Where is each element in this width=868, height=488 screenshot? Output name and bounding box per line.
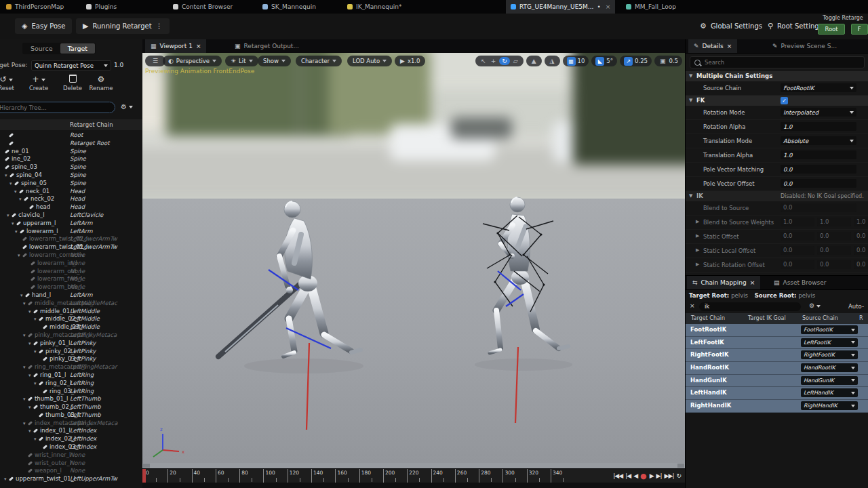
bone-tree-row[interactable]: ▾upperarm_l LeftArm — [0, 220, 142, 228]
close-tab-icon[interactable]: × — [727, 43, 732, 49]
value-field[interactable]: 0.0 — [817, 260, 851, 269]
source-chain-dropdown[interactable]: FootRootIK — [801, 325, 858, 334]
bone-tree-row[interactable]: ▾thumb_03_l LeftThumb — [0, 411, 142, 420]
bone-tree-row[interactable]: ▾index_02_l LeftIndex — [0, 435, 142, 443]
bone-tree-row[interactable]: ▾ Retarget Root — [0, 140, 142, 148]
transport-button[interactable]: ◀ — [633, 469, 637, 483]
chain-row[interactable]: LeftHandIK LeftHandIK — [686, 387, 868, 400]
asset-tab[interactable]: MM_Fall_Loop — [621, 0, 689, 14]
source-chain-dropdown[interactable]: LeftFootIK — [801, 338, 858, 347]
perspective-button[interactable]: ◐ Perspective — [163, 56, 222, 66]
transport-button[interactable]: ↻ — [676, 469, 681, 483]
transport-button[interactable]: ▶▶| — [665, 469, 674, 483]
bone-tree-row[interactable]: ▾lowerarm_twist_02_l LeftLowerArmTw — [0, 235, 142, 243]
bone-tree-row[interactable]: ▾lowerarm_l LeftArm — [0, 228, 142, 236]
character-menu-button[interactable]: Character — [296, 56, 342, 66]
tab-source[interactable]: Source — [23, 43, 60, 54]
chain-row[interactable]: FootRootIK FootRootIK — [686, 324, 868, 337]
value-field[interactable]: 0.0 — [817, 246, 851, 255]
value-field[interactable]: 0.0 — [817, 232, 851, 241]
pose-dropdown[interactable]: Quinn Retarget Pose — [31, 60, 111, 70]
asset-tab[interactable]: Plugins — [81, 0, 130, 14]
delete-pose-button[interactable]: Delete — [57, 75, 88, 92]
chain-row[interactable]: HandRootIK HandRootIK — [686, 362, 868, 375]
timeline-ruler[interactable]: 0204060801001201401601802002202402602803… — [142, 468, 685, 483]
bone-tree-row[interactable]: ▾clavicle_l LeftClavicle — [0, 211, 142, 220]
col-target-chain[interactable]: Target Chain — [691, 313, 725, 324]
source-chain-dropdown[interactable]: HandGunIK — [801, 376, 858, 385]
easy-pose-button[interactable]: ◈ Easy Pose — [15, 18, 72, 34]
filter-gear-icon[interactable]: ⚙ — [121, 103, 133, 110]
chain-row[interactable]: RightHandIK RightHandIK — [686, 400, 868, 413]
bone-tree-row[interactable]: ▾ine_02 Spine — [0, 155, 142, 163]
close-tab-icon[interactable]: × — [196, 43, 201, 49]
bone-tree-row[interactable]: ▾middle_metacarpal_l LeftMiddleMetac — [0, 300, 142, 308]
tab-preview-scene-settings[interactable]: ✎ Preview Scene S... — [767, 39, 842, 53]
clear-search-icon[interactable]: × — [690, 302, 695, 309]
bone-tree-row[interactable]: ▾index_01_l LeftIndex — [0, 427, 142, 435]
bone-tree-row[interactable]: ▾wrist_outer_l None — [0, 460, 142, 468]
bone-tree-row[interactable]: ▾weapon_l None — [0, 467, 142, 475]
bone-tree-row[interactable]: ▾index_03_l LeftIndex — [0, 443, 142, 451]
rotation-snap-button[interactable]: ◣ 5° — [591, 56, 617, 66]
asset-tab[interactable]: ThirdPersonMap — [1, 0, 77, 14]
expander-icon[interactable]: ▶ — [696, 233, 699, 239]
bone-tree-row[interactable]: ▾middle_02_l LeftMiddle — [0, 315, 142, 323]
gear-icon[interactable]: ⚙ — [809, 302, 821, 309]
expander-icon[interactable]: ▶ — [696, 219, 699, 224]
global-settings-button[interactable]: ⚙ Global Settings — [693, 18, 769, 34]
transport-button[interactable]: ▶| — [656, 469, 662, 483]
transport-button[interactable]: ▶ — [650, 469, 654, 483]
source-chain-dropdown[interactable]: FootRootIK — [781, 83, 856, 92]
bone-tree-row[interactable]: ▾pinky_03_l LeftPinky — [0, 355, 142, 363]
expander-icon[interactable]: ▶ — [696, 262, 699, 267]
pose-scale-value[interactable]: 1.0 — [114, 62, 123, 68]
asset-tab[interactable]: RTG_UE4Manny_UE5M... • × — [506, 0, 615, 14]
value-field[interactable]: 0.0 — [854, 232, 868, 241]
section-fk[interactable]: ▼ FK ✓ — [686, 96, 868, 106]
col-target-ik-goal[interactable]: Target IK Goal — [748, 313, 786, 324]
root-mode-button[interactable]: Root — [818, 24, 844, 35]
source-chain-dropdown[interactable]: RightFootIK — [801, 350, 858, 359]
camera-speed-button[interactable]: ▣ 0.5 — [654, 56, 682, 66]
hierarchy-search-input[interactable] — [0, 104, 102, 112]
value-field[interactable]: 0.0 — [781, 246, 814, 255]
bone-tree-row[interactable]: ▾head Head — [0, 203, 142, 211]
bone-tree-row[interactable]: ▾lowerarm_in_l None — [0, 260, 142, 268]
transport-button[interactable]: |◀ — [625, 469, 631, 483]
fk-enabled-checkbox[interactable]: ✓ — [781, 97, 788, 104]
bone-tree-row[interactable]: ▾index_metacarpal_l LeftIndexMetaca — [0, 420, 142, 428]
value-field[interactable]: 0.0 — [781, 260, 814, 269]
move-tool-icon[interactable]: + — [490, 58, 498, 64]
asset-tab[interactable]: Content Browser — [168, 0, 245, 14]
bone-tree-row[interactable]: ▾ne_01 Spine — [0, 148, 142, 156]
bone-tree-row[interactable]: ▾hand_l LeftArm — [0, 291, 142, 300]
value-field[interactable]: 1.0 — [817, 218, 851, 226]
bone-tree-row[interactable]: ▾ring_metacarpal_l LeftRingMetacar — [0, 363, 142, 371]
bone-tree-row[interactable]: ▾lowerarm_fwd_l None — [0, 275, 142, 283]
lit-mode-button[interactable]: ☀ Lit — [225, 56, 258, 66]
scale-snap-button[interactable]: ↗ 0.25 — [620, 56, 652, 66]
bone-tree-row[interactable]: ▾middle_01_l LeftMiddle — [0, 308, 142, 316]
expander-icon[interactable]: ▾ — [4, 476, 9, 484]
tab-chain-mapping[interactable]: ⇆ Chain Mapping × — [687, 276, 760, 289]
tab-target[interactable]: Target — [60, 43, 95, 54]
source-chain-dropdown[interactable]: LeftHandIK — [801, 388, 858, 397]
auto-map-button[interactable]: Auto- — [848, 303, 864, 310]
bone-tree-row[interactable]: ▾thumb_02_l LeftThumb — [0, 403, 142, 411]
details-search-input[interactable] — [703, 58, 842, 66]
asset-tab[interactable]: SK_Mannequin — [258, 0, 329, 14]
source-chain-dropdown[interactable]: RightHandIK — [801, 401, 858, 410]
select-tool-icon[interactable]: ↖ — [479, 58, 488, 64]
property-value[interactable]: 0.0 — [781, 179, 856, 188]
surface-snap-button[interactable]: ◮ — [545, 56, 560, 66]
bone-tree-row[interactable]: ▾pinky_02_l LeftPinky — [0, 348, 142, 356]
value-field[interactable]: 1.0 — [854, 218, 868, 226]
fk-mode-button[interactable]: F — [851, 24, 868, 35]
coordinate-space-button[interactable]: ▲ — [526, 56, 542, 66]
tab-asset-browser[interactable]: ▤ Asset Browser — [768, 276, 831, 289]
scale-tool-icon[interactable]: ▱ — [512, 58, 519, 64]
property-value[interactable]: Absolute — [781, 136, 856, 145]
bone-tree-row[interactable]: ▾pinky_metacarpal_l LeftPinkyMetaca — [0, 331, 142, 340]
bone-tree-row[interactable]: ▾wrist_inner_l None — [0, 451, 142, 460]
